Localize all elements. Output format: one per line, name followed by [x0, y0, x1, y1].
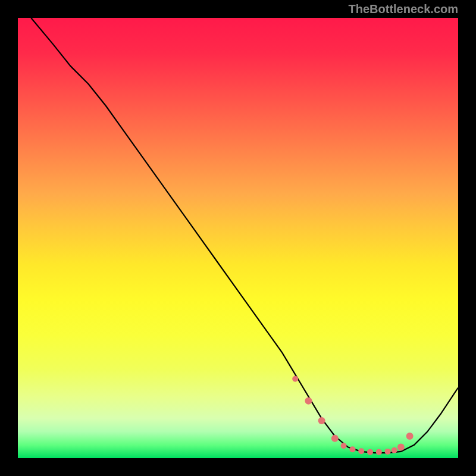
marker-dot — [367, 449, 373, 455]
chart-svg — [18, 18, 458, 458]
plot-area — [18, 18, 458, 458]
marker-dot — [406, 433, 414, 440]
bottleneck-curve — [31, 18, 458, 453]
watermark-text: TheBottleneck.com — [349, 2, 458, 16]
marker-dot — [392, 447, 397, 453]
marker-dot — [341, 443, 347, 449]
marker-dot — [349, 446, 355, 452]
marker-dot — [358, 448, 364, 454]
marker-dot — [331, 435, 339, 442]
marker-dot — [376, 449, 382, 455]
marker-dot — [397, 444, 405, 451]
marker-dots-group — [292, 376, 413, 455]
marker-dot — [305, 397, 312, 405]
marker-dot — [318, 417, 325, 424]
marker-dot — [292, 376, 298, 382]
marker-dot — [385, 449, 391, 455]
